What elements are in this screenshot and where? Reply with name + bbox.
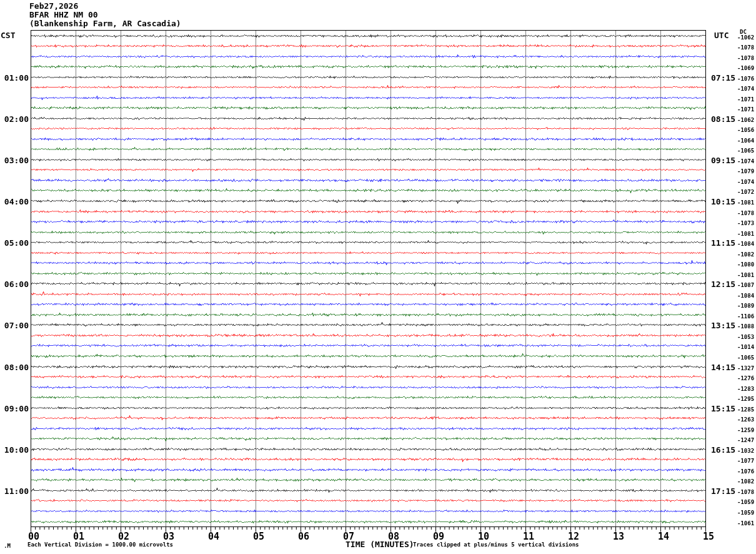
helicorder-trace-canvas (0, 0, 756, 554)
dc-offset-value: -1032 (737, 448, 754, 454)
dc-offset-value: -1076 (737, 76, 754, 82)
minute-tick-label: 12 (562, 532, 585, 541)
dc-offset-value: -1064 (737, 138, 754, 144)
minute-tick-label: 05 (247, 532, 270, 541)
utc-hour-label: 14:15 (711, 363, 735, 371)
dc-offset-value: -1056 (737, 128, 754, 133)
dc-offset-value: -1078 (737, 211, 754, 216)
utc-hour-label: 11:15 (711, 239, 735, 247)
dc-offset-value: -1069 (737, 66, 754, 71)
cst-hour-label: 02:00 (0, 115, 29, 123)
dc-offset-value: -1062 (737, 118, 754, 123)
minute-tick-label: 06 (292, 532, 315, 541)
cst-hour-label: 07:00 (0, 321, 29, 330)
minute-tick-label: 09 (427, 532, 450, 541)
dc-offset-value: -1079 (737, 169, 754, 174)
utc-hour-label: 12:15 (711, 280, 735, 288)
dc-offset-value: -1014 (737, 345, 754, 350)
dc-offset-value: -1078 (737, 56, 754, 61)
dc-offset-value: -1062 (737, 35, 754, 41)
dc-offset-value: -1263 (737, 417, 754, 423)
dc-offset-value: -1082 (737, 479, 754, 485)
dc-offset-value: -1059 (737, 510, 754, 516)
utc-hour-label: 16:15 (711, 446, 735, 454)
cst-hour-label: 04:00 (0, 198, 29, 206)
dc-offset-value: -1259 (737, 428, 754, 433)
dc-offset-value: -1073 (737, 221, 754, 226)
dc-offset-value: -1327 (737, 366, 754, 371)
minute-tick-label: 00 (22, 532, 45, 541)
dc-offset-value: -1088 (737, 324, 754, 330)
dc-offset-value: -1074 (737, 159, 754, 164)
dc-offset-value: -1077 (737, 458, 754, 464)
dc-offset-value: -1061 (737, 521, 754, 526)
minute-tick-label: 10 (472, 532, 495, 541)
minute-tick-label: 02 (112, 532, 135, 541)
dc-offset-value: -1080 (737, 262, 754, 268)
dc-offset-value: -1283 (737, 386, 754, 392)
dc-offset-value: -1076 (737, 469, 754, 475)
dc-offset-value: -1074 (737, 86, 754, 92)
dc-offset-value: -1295 (737, 396, 754, 402)
dc-offset-value: -1071 (737, 107, 754, 113)
clip-note: Traces clipped at plus/minus 5 vertical … (413, 542, 579, 548)
utc-hour-label: 17:15 (711, 487, 735, 495)
cst-hour-label: 11:00 (0, 487, 29, 495)
dc-offset-value: -1084 (737, 293, 754, 299)
dc-offset-value: -1065 (737, 355, 754, 361)
header-station: BFAR HHZ NM 00 (29, 11, 98, 19)
cst-hour-label: 09:00 (0, 405, 29, 413)
minute-tick-label: 13 (607, 532, 630, 541)
right-timezone-label: UTC (714, 31, 729, 39)
left-timezone-label: CST (1, 31, 15, 39)
vertical-division-scale-note: Each Vertical Division = 1000.00 microvo… (27, 542, 173, 548)
utc-hour-label: 15:15 (711, 405, 735, 413)
dc-offset-value: -1247 (737, 438, 754, 443)
dc-offset-value: -1081 (737, 200, 754, 206)
utc-hour-label: 10:15 (711, 198, 735, 206)
dc-offset-value: -1106 (737, 314, 754, 320)
dc-offset-value: -1276 (737, 376, 754, 381)
utc-hour-label: 13:15 (711, 321, 735, 330)
minute-tick-label: 04 (202, 532, 225, 541)
minute-tick-label: 01 (67, 532, 90, 541)
dc-offset-value: -1071 (737, 97, 754, 103)
minute-tick-label: 15 (697, 532, 720, 541)
dc-offset-value: -1087 (737, 283, 754, 288)
dc-offset-value: -1078 (737, 45, 754, 51)
cst-hour-label: 08:00 (0, 363, 29, 371)
cst-hour-label: 05:00 (0, 239, 29, 247)
x-axis-title: TIME (MINUTES) (346, 540, 414, 548)
utc-hour-label: 09:15 (711, 156, 735, 164)
minute-tick-label: 14 (652, 532, 675, 541)
minute-tick-label: 03 (157, 532, 180, 541)
cst-hour-label: 10:00 (0, 446, 29, 454)
dc-offset-value: -1081 (737, 273, 754, 278)
dc-offset-value: -1072 (737, 189, 754, 195)
minute-tick-label: 11 (517, 532, 540, 541)
utc-hour-label: 08:15 (711, 115, 735, 123)
dc-offset-value: -1074 (737, 179, 754, 185)
dc-offset-value: -1089 (737, 303, 754, 309)
header-location: (Blankenship Farm, AR Cascadia) (29, 19, 181, 28)
header-date: Feb27,2026 (29, 2, 78, 10)
dc-offset-value: -1065 (737, 148, 754, 154)
cst-hour-label: 06:00 (0, 280, 29, 288)
dc-offset-value: -1285 (737, 407, 754, 413)
dc-offset-value: -1081 (737, 231, 754, 237)
dc-offset-value: -1059 (737, 500, 754, 505)
dc-offset-value: -1078 (737, 490, 754, 495)
dc-offset-value: -1082 (737, 252, 754, 258)
cst-hour-label: 01:00 (0, 74, 29, 82)
webicorder-page: Feb27,2026 BFAR HHZ NM 00 (Blankenship F… (0, 0, 756, 554)
dc-offset-value: -1053 (737, 335, 754, 340)
logo-mark: .M (4, 543, 11, 549)
utc-hour-label: 07:15 (711, 74, 735, 82)
dc-offset-value: -1084 (737, 241, 754, 247)
cst-hour-label: 03:00 (0, 156, 29, 164)
